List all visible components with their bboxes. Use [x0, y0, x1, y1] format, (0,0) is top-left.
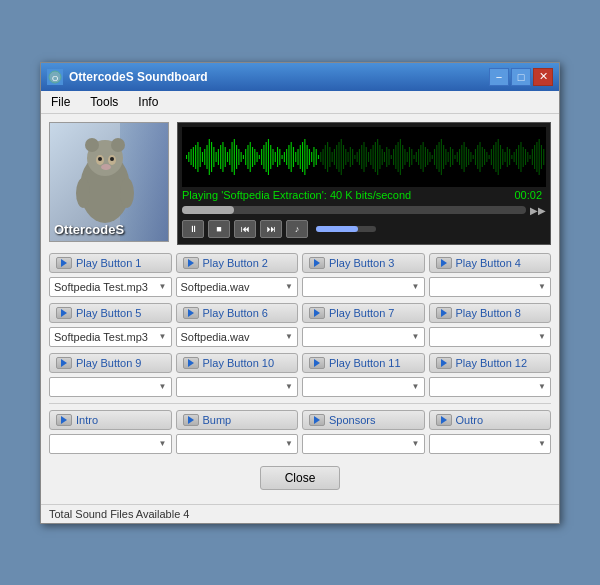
controls-row: ⏸ ■ ⏮ ⏭ ♪ — [182, 218, 546, 240]
fast-forward-icon[interactable]: ▶▶ — [530, 205, 546, 216]
play-button-9[interactable]: Play Button 9 — [49, 353, 172, 373]
app-icon: O — [47, 69, 63, 85]
play-icon-10 — [183, 357, 199, 369]
svg-text:O: O — [52, 74, 58, 83]
play-icon-bump — [183, 414, 199, 426]
logo-area: OttercodeS — [49, 122, 169, 242]
play-button-7[interactable]: Play Button 7 — [302, 303, 425, 323]
dropdown-arrow-4-3: ▼ — [412, 439, 420, 448]
bump-button[interactable]: Bump — [176, 410, 299, 430]
play-button-1[interactable]: Play Button 1 — [49, 253, 172, 273]
volume-fill — [316, 226, 358, 232]
menu-file[interactable]: File — [45, 93, 76, 111]
intro-button[interactable]: Intro — [49, 410, 172, 430]
dropdown-row-2: Softpedia Test.mp3 ▼ Softpedia.wav ▼ ▼ ▼ — [49, 327, 551, 347]
dropdown-arrow-4-1: ▼ — [159, 439, 167, 448]
main-content: OttercodeS — [41, 114, 559, 504]
play-button-5[interactable]: Play Button 5 — [49, 303, 172, 323]
play-button-11[interactable]: Play Button 11 — [302, 353, 425, 373]
play-icon-4 — [436, 257, 452, 269]
maximize-button[interactable]: □ — [511, 68, 531, 86]
close-button[interactable]: Close — [260, 466, 341, 490]
pause-button[interactable]: ⏸ — [182, 220, 204, 238]
dropdown-row-1: Softpedia Test.mp3 ▼ Softpedia.wav ▼ ▼ ▼ — [49, 277, 551, 297]
title-controls: − □ ✕ — [489, 68, 553, 86]
volume-slider[interactable] — [316, 226, 376, 232]
dropdown-3-3[interactable]: ▼ — [302, 377, 425, 397]
dropdown-1-1[interactable]: Softpedia Test.mp3 ▼ — [49, 277, 172, 297]
menu-tools[interactable]: Tools — [84, 93, 124, 111]
dropdown-3-1[interactable]: ▼ — [49, 377, 172, 397]
progress-row: ▶▶ — [182, 203, 546, 218]
play-button-3[interactable]: Play Button 3 — [302, 253, 425, 273]
now-playing-row: Playing 'Softpedia Extraction': 40 K bit… — [182, 187, 546, 203]
dropdown-arrow-1-1: ▼ — [159, 282, 167, 291]
play-button-4[interactable]: Play Button 4 — [429, 253, 552, 273]
button-row-1: Play Button 1 Play Button 2 Play Button … — [49, 253, 551, 273]
play-icon-6 — [183, 307, 199, 319]
dropdown-4-4[interactable]: ▼ — [429, 434, 552, 454]
dropdown-1-2[interactable]: Softpedia.wav ▼ — [176, 277, 299, 297]
menu-info[interactable]: Info — [132, 93, 164, 111]
now-playing-text: Playing 'Softpedia Extraction': 40 K bit… — [182, 187, 411, 203]
dropdown-arrow-3-4: ▼ — [538, 382, 546, 391]
dropdown-2-4[interactable]: ▼ — [429, 327, 552, 347]
minimize-button[interactable]: − — [489, 68, 509, 86]
dropdown-arrow-2-2: ▼ — [285, 332, 293, 341]
dropdown-arrow-3-3: ▼ — [412, 382, 420, 391]
play-button-8[interactable]: Play Button 8 — [429, 303, 552, 323]
dropdown-arrow-1-2: ▼ — [285, 282, 293, 291]
progress-bar[interactable] — [182, 206, 526, 214]
svg-point-6 — [85, 138, 99, 152]
dropdown-2-3[interactable]: ▼ — [302, 327, 425, 347]
volume-icon[interactable]: ♪ — [286, 220, 308, 238]
dropdown-4-2[interactable]: ▼ — [176, 434, 299, 454]
svg-point-13 — [76, 178, 90, 208]
play-icon-3 — [309, 257, 325, 269]
svg-point-12 — [101, 164, 111, 170]
top-section: OttercodeS — [49, 122, 551, 245]
play-button-12[interactable]: Play Button 12 — [429, 353, 552, 373]
button-row-3: Play Button 9 Play Button 10 Play Button… — [49, 353, 551, 373]
dropdown-2-2[interactable]: Softpedia.wav ▼ — [176, 327, 299, 347]
play-button-2[interactable]: Play Button 2 — [176, 253, 299, 273]
waveform-display — [182, 127, 546, 187]
dropdown-4-3[interactable]: ▼ — [302, 434, 425, 454]
dropdown-row-3: ▼ ▼ ▼ ▼ — [49, 377, 551, 397]
main-window: O OttercodeS Soundboard − □ ✕ File Tools… — [40, 62, 560, 524]
dropdown-arrow-4-4: ▼ — [538, 439, 546, 448]
dropdown-2-1[interactable]: Softpedia Test.mp3 ▼ — [49, 327, 172, 347]
stop-button[interactable]: ■ — [208, 220, 230, 238]
dropdown-4-1[interactable]: ▼ — [49, 434, 172, 454]
play-icon-12 — [436, 357, 452, 369]
play-icon-5 — [56, 307, 72, 319]
play-icon-2 — [183, 257, 199, 269]
play-icon-intro — [56, 414, 72, 426]
prev-button[interactable]: ⏮ — [234, 220, 256, 238]
play-icon-8 — [436, 307, 452, 319]
player-area: Playing 'Softpedia Extraction': 40 K bit… — [177, 122, 551, 245]
dropdown-arrow-1-4: ▼ — [538, 282, 546, 291]
logo-text: OttercodeS — [54, 222, 124, 237]
next-button[interactable]: ⏭ — [260, 220, 282, 238]
play-icon-7 — [309, 307, 325, 319]
play-icon-1 — [56, 257, 72, 269]
title-bar: O OttercodeS Soundboard − □ ✕ — [41, 63, 559, 91]
dropdown-arrow-2-4: ▼ — [538, 332, 546, 341]
dropdown-3-4[interactable]: ▼ — [429, 377, 552, 397]
close-window-button[interactable]: ✕ — [533, 68, 553, 86]
svg-point-14 — [120, 178, 134, 208]
outro-button[interactable]: Outro — [429, 410, 552, 430]
sponsors-button[interactable]: Sponsors — [302, 410, 425, 430]
dropdown-1-4[interactable]: ▼ — [429, 277, 552, 297]
title-bar-left: O OttercodeS Soundboard — [47, 69, 208, 85]
close-section: Close — [49, 460, 551, 496]
dropdown-1-3[interactable]: ▼ — [302, 277, 425, 297]
play-button-6[interactable]: Play Button 6 — [176, 303, 299, 323]
dropdown-arrow-2-3: ▼ — [412, 332, 420, 341]
dropdown-3-2[interactable]: ▼ — [176, 377, 299, 397]
dropdown-arrow-4-2: ▼ — [285, 439, 293, 448]
window-title: OttercodeS Soundboard — [69, 70, 208, 84]
play-button-10[interactable]: Play Button 10 — [176, 353, 299, 373]
svg-point-7 — [111, 138, 125, 152]
